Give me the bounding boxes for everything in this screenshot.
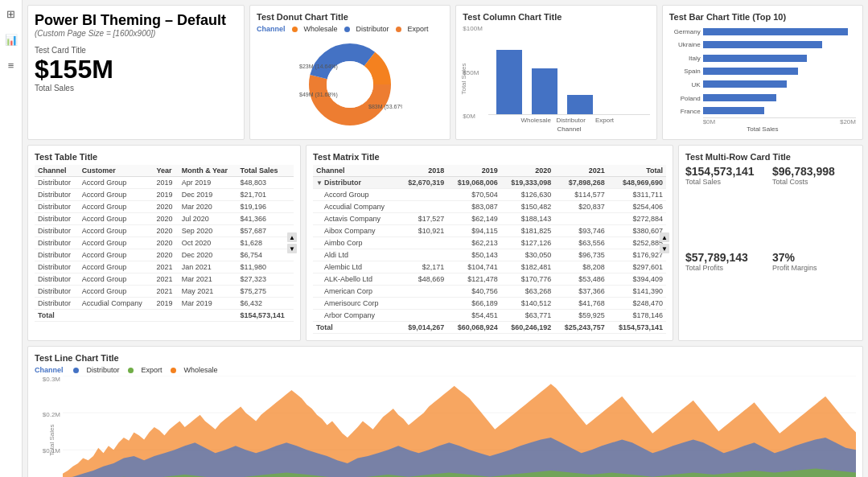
table-row: DistributorAccord Group2021Jan 2021$11,9…	[35, 261, 294, 273]
expand-icon[interactable]: ▼	[316, 179, 323, 187]
sidebar-icon-layers[interactable]: ≡	[4, 58, 19, 72]
matrix-col-2020: 2020	[501, 165, 554, 177]
column-chart-content: Wholesale Distributor Export Channel	[488, 25, 649, 133]
bar-chart-content: Germany Ukraine Italy Spain UK Poland Fr…	[669, 25, 856, 118]
bottom-row: Test Line Chart Title Channel Distributo…	[27, 346, 863, 477]
col-month-year: Month & Year	[179, 165, 237, 177]
line-legend: Channel Distributor Export Wholesale	[35, 366, 856, 374]
multirow-total-costs-value: $96,783,998	[772, 165, 856, 178]
bar-export-rect	[567, 95, 593, 114]
legend-label-export: Export	[408, 25, 429, 33]
legend-dot-distributor	[344, 27, 350, 32]
table-row: DistributorAccord Group2020Sep 2020$57,6…	[35, 225, 294, 237]
legend-label-distributor: Distributor	[356, 25, 389, 33]
bar-chart-title: Test Bar Chart Title (Top 10)	[669, 12, 856, 22]
country-ukraine: Ukraine	[669, 41, 701, 48]
matrix-col-2021: 2021	[554, 165, 607, 177]
line-y-01: $0.1M	[35, 447, 60, 454]
middle-row: Test Table Title Channel Customer Year M…	[27, 145, 863, 341]
table-row: DistributorAccord Group2020Dec 2020$6,75…	[35, 249, 294, 261]
matrix-row: Amerisourc Corp$66,189$140,512$41,768$24…	[313, 298, 666, 310]
matrix-row: Arbor Company$54,451$63,771$59,925$178,1…	[313, 310, 666, 322]
col-channel: Channel	[35, 165, 79, 177]
hbar-x-label: Total Sales	[669, 125, 856, 133]
bar-distributor-rect	[532, 68, 557, 114]
bar-distributor	[532, 68, 557, 114]
matrix-row: Actavis Company$17,527$62,149$188,143$27…	[313, 213, 666, 225]
col-label-distributor: Distributor	[556, 117, 582, 124]
col-total-sales: Total Sales	[237, 165, 294, 177]
multirow-total-profits: $57,789,143 Total Profits	[685, 251, 769, 334]
matrix-row: Accord Group$70,504$126,630$114,577$311,…	[313, 189, 666, 201]
line-chart-card: Test Line Chart Title Channel Distributo…	[27, 346, 863, 477]
table-total-row: Total$154,573,141	[35, 310, 294, 322]
country-france: France	[669, 108, 701, 115]
multirow-total-profits-value: $57,789,143	[685, 251, 769, 264]
column-chart-card: Test Column Chart Title $100M $50M $0M	[455, 5, 656, 140]
top-row: Power BI Theming – Default (Custom Page …	[27, 5, 863, 140]
matrix-row: Aibox Company$10,921$94,115$181,825$93,7…	[313, 225, 666, 237]
donut-svg: $23M (14.64%) $49M (31.68%) $83M (53.67%…	[298, 36, 402, 133]
matrix-col-2018: 2018	[399, 165, 448, 177]
matrix-row: ALK-Abello Ltd$48,669$121,478$170,776$53…	[313, 273, 666, 286]
hbar-country-labels: Germany Ukraine Italy Spain UK Poland Fr…	[669, 25, 703, 118]
country-germany: Germany	[669, 28, 701, 35]
col-y-label: Total Sales	[460, 63, 467, 94]
multirow-total-costs-label: Total Costs	[772, 178, 856, 186]
multirow-total-sales-value: $154,573,141	[685, 165, 769, 178]
table-row: DistributorAccudial Company2019Mar 2019$…	[35, 298, 294, 310]
donut-label-distributor: $49M (31.68%)	[299, 92, 338, 98]
line-dot-wholesale	[171, 368, 176, 373]
sidebar-icon-grid[interactable]: ⊞	[4, 6, 19, 21]
multirow-total-profits-label: Total Profits	[685, 264, 769, 272]
col-label-wholesale: Wholesale	[520, 117, 546, 124]
country-uk: UK	[669, 81, 701, 88]
donut-chart-title: Test Donut Chart Title	[257, 12, 443, 22]
matrix-scroll-down[interactable]: ▼	[660, 244, 669, 253]
multirow-profit-margins: 37% Profit Margins	[772, 251, 856, 334]
matrix-scroll-up[interactable]: ▲	[660, 232, 669, 242]
table-row: DistributorAccord Group2020Oct 2020$1,62…	[35, 237, 294, 249]
matrix-header-row: Channel 2018 2019 2020 2021 Total	[313, 165, 666, 177]
table-scroll-indicator: ▲ ▼	[287, 232, 297, 253]
line-chart-title: Test Line Chart Title	[35, 353, 856, 363]
hbar-germany	[703, 28, 849, 35]
matrix-col-total: Total	[608, 165, 666, 177]
line-y-02: $0.2M	[35, 411, 60, 418]
table-row: DistributorAccord Group2020Mar 2020$19,1…	[35, 201, 294, 213]
line-label-distributor: Distributor	[87, 366, 120, 374]
country-spain: Spain	[669, 68, 701, 75]
line-dot-export	[128, 368, 134, 373]
table-title: Test Table Title	[35, 152, 294, 162]
donut-label-export: $83M (53.67%)	[368, 104, 402, 110]
matrix-row: Alembic Ltd$2,171$104,741$182,481$8,208$…	[313, 261, 666, 273]
kpi-sublabel: Total Sales	[35, 84, 237, 93]
app-title: Power BI Theming – Default	[35, 12, 237, 29]
donut-container: $23M (14.64%) $49M (31.68%) $83M (53.67%…	[257, 36, 443, 133]
table-row: DistributorAccord Group2020Jul 2020$41,3…	[35, 213, 294, 225]
multirow-profit-margins-label: Profit Margins	[772, 264, 856, 272]
app-subtitle: (Custom Page Size = [1600x900])	[35, 29, 237, 38]
matrix-row: American Corp$40,756$63,268$37,366$141,3…	[313, 286, 666, 298]
line-y-03: $0.3M	[35, 376, 60, 383]
matrix-row: Aimbo Corp$62,213$127,126$63,556$252,885	[313, 237, 666, 249]
scroll-up-button[interactable]: ▲	[287, 232, 297, 242]
matrix-scroll-indicator: ▲ ▼	[660, 232, 669, 253]
hbar-x-axis: $0M $20M	[669, 118, 856, 125]
line-chart-area: $0.3M $0.2M $0.1M $0.0M Total Sales	[35, 376, 856, 477]
bar-export	[567, 95, 593, 114]
line-chart-svg	[63, 376, 856, 477]
hbar-spain	[703, 68, 798, 75]
table-row: DistributorAccord Group2021May 2021$75,2…	[35, 286, 294, 298]
donut-legend: Channel Wholesale Distributor Export	[257, 25, 443, 33]
hbar-x-0: $0M	[703, 118, 716, 125]
matrix-row: Aldi Ltd$50,143$30,050$96,735$176,927	[313, 249, 666, 261]
sidebar-icon-chart[interactable]: 📊	[4, 32, 19, 47]
matrix-col-2019: 2019	[447, 165, 500, 177]
col-y-100m: $100M	[463, 25, 487, 32]
col-x-label: Channel	[488, 125, 649, 133]
channel-label: Channel	[257, 25, 286, 33]
matrix-distributor-row: ▼Distributor $2,670,319 $19,068,006 $19,…	[313, 177, 666, 189]
scroll-down-button[interactable]: ▼	[287, 244, 297, 253]
sidebar: ⊞ 📊 ≡	[0, 0, 23, 477]
